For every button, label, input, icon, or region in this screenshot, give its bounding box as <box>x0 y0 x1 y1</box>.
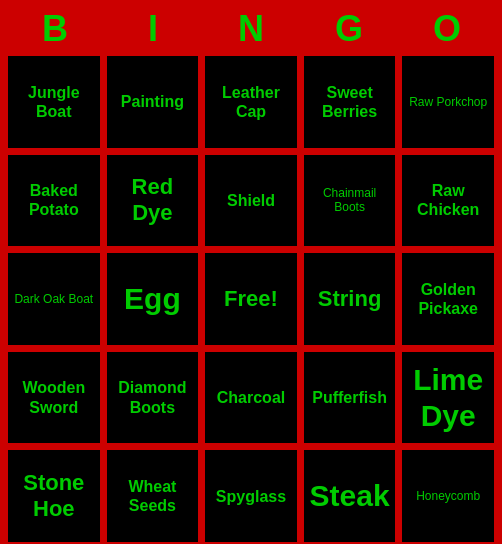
cell-label: Dark Oak Boat <box>14 292 93 306</box>
cell-label: Steak <box>310 478 390 514</box>
cell-label: Raw Porkchop <box>409 95 487 109</box>
header-letter: O <box>407 8 487 50</box>
cell-3-0: Wooden Sword <box>6 350 102 446</box>
cell-2-1: Egg <box>105 251 201 347</box>
cell-label: Painting <box>121 92 184 111</box>
cell-label: Egg <box>124 281 181 317</box>
cell-1-3: Chainmail Boots <box>302 153 398 249</box>
cell-label: Leather Cap <box>209 83 293 121</box>
cell-label: Jungle Boat <box>12 83 96 121</box>
cell-1-1: Red Dye <box>105 153 201 249</box>
cell-4-4: Honeycomb <box>400 448 496 544</box>
cell-0-3: Sweet Berries <box>302 54 398 150</box>
cell-2-2: Free! <box>203 251 299 347</box>
cell-1-0: Baked Potato <box>6 153 102 249</box>
cell-0-2: Leather Cap <box>203 54 299 150</box>
cell-label: String <box>318 286 382 312</box>
cell-label: Free! <box>224 286 278 312</box>
cell-4-2: Spyglass <box>203 448 299 544</box>
cell-label: Stone Hoe <box>12 470 96 523</box>
cell-0-0: Jungle Boat <box>6 54 102 150</box>
cell-0-1: Painting <box>105 54 201 150</box>
cell-1-2: Shield <box>203 153 299 249</box>
cell-2-0: Dark Oak Boat <box>6 251 102 347</box>
cell-label: Red Dye <box>111 174 195 227</box>
cell-3-4: Lime Dye <box>400 350 496 446</box>
header-letter: G <box>309 8 389 50</box>
cell-label: Charcoal <box>217 388 285 407</box>
cell-label: Wheat Seeds <box>111 477 195 515</box>
cell-3-3: Pufferfish <box>302 350 398 446</box>
cell-label: Wooden Sword <box>12 378 96 416</box>
cell-label: Golden Pickaxe <box>406 280 490 318</box>
cell-3-1: Diamond Boots <box>105 350 201 446</box>
cell-2-3: String <box>302 251 398 347</box>
bingo-header: BINGO <box>6 0 496 54</box>
cell-label: Diamond Boots <box>111 378 195 416</box>
bingo-grid: Jungle BoatPaintingLeather CapSweet Berr… <box>6 54 496 544</box>
cell-label: Sweet Berries <box>308 83 392 121</box>
cell-label: Baked Potato <box>12 181 96 219</box>
header-letter: B <box>15 8 95 50</box>
cell-label: Spyglass <box>216 487 286 506</box>
cell-label: Honeycomb <box>416 489 480 503</box>
cell-4-0: Stone Hoe <box>6 448 102 544</box>
cell-label: Pufferfish <box>312 388 387 407</box>
cell-label: Lime Dye <box>406 362 490 434</box>
cell-0-4: Raw Porkchop <box>400 54 496 150</box>
cell-label: Raw Chicken <box>406 181 490 219</box>
cell-label: Shield <box>227 191 275 210</box>
header-letter: I <box>113 8 193 50</box>
cell-4-1: Wheat Seeds <box>105 448 201 544</box>
cell-1-4: Raw Chicken <box>400 153 496 249</box>
cell-label: Chainmail Boots <box>308 186 392 215</box>
cell-4-3: Steak <box>302 448 398 544</box>
cell-3-2: Charcoal <box>203 350 299 446</box>
cell-2-4: Golden Pickaxe <box>400 251 496 347</box>
header-letter: N <box>211 8 291 50</box>
